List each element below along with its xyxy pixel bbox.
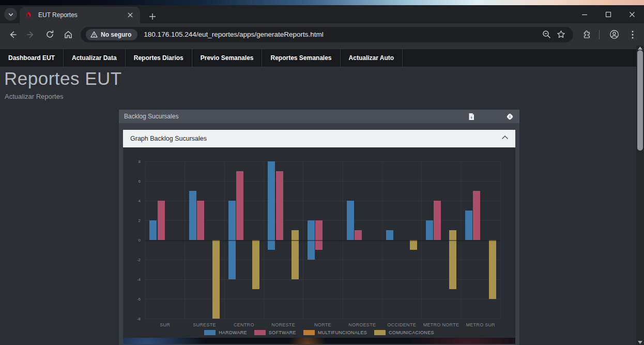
bookmark-star-icon[interactable] [554,27,568,42]
reload-button[interactable] [41,26,58,43]
nav-item-actualizar-auto[interactable]: Actualizar Auto [341,49,403,67]
chart-bar-comunicaciones [212,240,220,319]
nav-item-reportes-diarios[interactable]: Reportes Diarios [126,49,192,67]
chart-bar-hardware [386,230,393,240]
y-gridline [145,260,500,260]
nav-item-dashboard-eut[interactable]: Dashboard EUT [0,49,64,67]
chart-bar-hardware [268,161,275,250]
url-text: 180.176.105.244/eut_reportes/apps/genera… [144,31,539,38]
chart-bar-comunicaciones [489,240,496,299]
tab-search-button[interactable] [4,8,17,21]
x-axis-category-label: METRO SUR [461,322,500,327]
panel-body: Graph Backlog Sucursales 86420-2-4-6-8SU… [119,123,519,345]
chart-bar-software [355,230,362,240]
y-axis-tick-label: 0 [123,238,141,243]
page-title: Reportes EUT [4,68,122,89]
chart-bar-software [473,191,480,240]
chart-bar-comunicaciones [252,240,259,289]
y-axis-tick-label: -2 [123,258,141,262]
chart-bar-comunicaciones [292,230,299,279]
page-subtitle: Actualizar Reportes [5,93,63,100]
accordion-header[interactable]: Graph Backlog Sucursales [123,130,515,147]
y-axis-tick-label: 2 [123,218,141,223]
security-label: No seguro [101,31,131,38]
chart-bar-software [158,201,165,240]
x-axis-category-label: NORESTE [264,322,303,327]
x-axis-category-label: CENTRO [224,322,264,327]
profile-icon[interactable] [606,26,622,43]
x-axis-category-label: METRO NORTE [421,322,461,327]
tab-title: EUT Reportes [38,11,126,19]
santander-favicon-icon [25,11,33,19]
legend-label: HARDWARE [219,330,247,335]
accordion-title: Graph Backlog Sucursales [130,135,207,142]
export-report-icon[interactable] [467,112,476,121]
legend-item[interactable]: MULTIFUNCIONALES [303,330,367,335]
cutoff-image-strip [123,338,515,344]
zoom-icon[interactable] [539,27,554,42]
y-gridline [145,279,500,280]
toolbar-divider [599,30,600,39]
legend-item[interactable]: SOFTWARE [254,330,296,335]
address-bar[interactable]: No seguro 180.176.105.244/eut_reportes/a… [81,27,573,42]
y-axis-tick-label: -4 [123,277,141,282]
y-axis-tick-label: -6 [123,297,141,302]
y-gridline [145,319,500,319]
window-controls [573,5,644,23]
chart-bar-hardware [149,220,157,240]
nav-item-previo-semanales[interactable]: Previo Semanales [192,49,263,67]
chart-bar-comunicaciones [449,230,456,289]
x-axis-category-label: NORTE [303,322,342,327]
nav-item-actualizar-data[interactable]: Actualizar Data [64,49,126,67]
forward-button[interactable] [23,26,39,43]
home-button[interactable] [60,26,76,43]
legend-swatch [254,330,266,335]
browser-titlebar: EUT Reportes [0,5,644,23]
x-axis-category-label: SUR [145,322,185,327]
chart-bar-comunicaciones [410,240,417,250]
panel-header: Backlog Sucursales [119,110,519,123]
browser-tab[interactable]: EUT Reportes [20,7,140,23]
page-navbar: Dashboard EUT Actualizar Data Reportes D… [0,49,636,67]
download-icon[interactable] [505,112,514,121]
nav-item-reportes-semanales[interactable]: Reportes Semanales [262,49,340,67]
y-axis-tick-label: 6 [123,179,141,184]
y-axis-tick-label: 4 [123,199,141,203]
chart-bar-software [315,220,323,250]
chart-canvas[interactable]: 86420-2-4-6-8SURSURESTECENTRONORESTENORT… [123,147,515,338]
chart-bar-hardware [426,220,433,240]
chart-bar-hardware [189,191,196,240]
zero-axis-line [145,240,500,241]
scrollbar-down-arrow[interactable] [636,340,644,345]
minimize-button[interactable] [573,5,596,23]
close-button[interactable] [620,5,644,23]
legend-item[interactable]: HARDWARE [204,330,247,335]
chart-bar-software [276,171,283,240]
page-content: Dashboard EUT Actualizar Data Reportes D… [0,46,636,345]
legend-swatch [204,330,216,335]
desktop-wallpaper-strip [0,0,644,5]
tab-close-icon[interactable] [126,10,135,20]
toolbar-right-icons [576,26,641,43]
chevron-down-icon [8,11,14,18]
page-scrollbar[interactable] [636,46,644,345]
menu-dots-icon[interactable] [624,26,641,43]
chart-bar-hardware [347,201,354,240]
extensions-icon[interactable] [578,26,595,43]
chart-bar-software [197,201,204,240]
x-axis-category-label: NOROESTE [343,322,382,327]
y-axis-tick-label: -8 [123,317,141,321]
new-tab-button[interactable] [146,10,159,23]
maximize-button[interactable] [596,5,620,23]
x-axis-category-label: OCCIDENTE [382,322,421,327]
backlog-panel: Backlog Sucursales Graph Backlog Sucursa… [119,110,519,345]
back-button[interactable] [4,26,21,43]
y-gridline [145,161,500,162]
chart-bar-hardware [465,211,472,240]
chart-bar-software [434,201,441,240]
legend-label: SOFTWARE [269,330,296,335]
scrollbar-thumb[interactable] [637,50,643,151]
security-chip[interactable]: No seguro [86,29,137,40]
legend-label: MULTIFUNCIONALES [318,330,367,335]
legend-item[interactable]: COMUNICACIONES [374,330,434,335]
